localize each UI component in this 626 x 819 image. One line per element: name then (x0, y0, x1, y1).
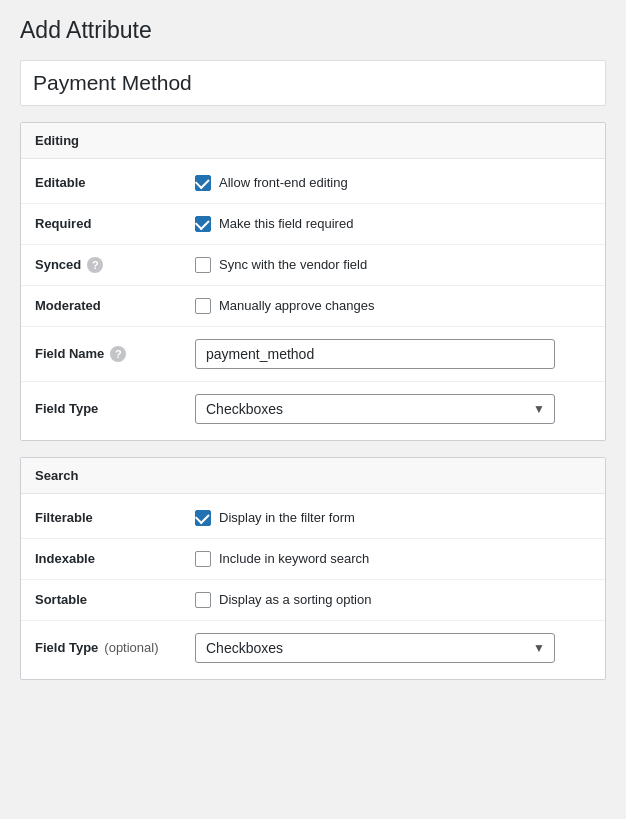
field-type-select[interactable]: Checkboxes Text Select Radio Date Number (195, 394, 555, 424)
required-checkbox-label: Make this field required (219, 216, 353, 231)
filterable-checkbox[interactable] (195, 510, 211, 526)
editing-section-body: Editable Allow front-end editing Require… (21, 159, 605, 440)
search-field-type-select-wrapper: Checkboxes Text Select Radio Date Number… (195, 633, 555, 663)
required-label: Required (35, 216, 195, 231)
page-title: Add Attribute (20, 16, 606, 46)
indexable-row: Indexable Include in keyword search (21, 539, 605, 580)
field-type-label: Field Type (35, 401, 195, 416)
search-field-type-row: Field Type (optional) Checkboxes Text Se… (21, 621, 605, 675)
search-section: Search Filterable Display in the filter … (20, 457, 606, 680)
sortable-control: Display as a sorting option (195, 592, 591, 608)
moderated-label: Moderated (35, 298, 195, 313)
synced-checkbox[interactable] (195, 257, 211, 273)
field-name-row: Field Name ? (21, 327, 605, 382)
synced-control: Sync with the vendor field (195, 257, 591, 273)
moderated-checkbox[interactable] (195, 298, 211, 314)
moderated-checkbox-label: Manually approve changes (219, 298, 374, 313)
sortable-label: Sortable (35, 592, 195, 607)
indexable-checkbox-label: Include in keyword search (219, 551, 369, 566)
field-name-label: Field Name ? (35, 346, 195, 362)
editing-section-header: Editing (21, 123, 605, 159)
editable-checkbox-label: Allow front-end editing (219, 175, 348, 190)
attribute-name-input[interactable] (21, 61, 605, 105)
synced-label: Synced ? (35, 257, 195, 273)
required-control: Make this field required (195, 216, 591, 232)
filterable-row: Filterable Display in the filter form (21, 498, 605, 539)
editable-checkbox[interactable] (195, 175, 211, 191)
search-field-type-control: Checkboxes Text Select Radio Date Number… (195, 633, 591, 663)
search-section-body: Filterable Display in the filter form In… (21, 494, 605, 679)
indexable-control: Include in keyword search (195, 551, 591, 567)
moderated-row: Moderated Manually approve changes (21, 286, 605, 327)
sortable-checkbox-label: Display as a sorting option (219, 592, 371, 607)
indexable-checkbox[interactable] (195, 551, 211, 567)
synced-row: Synced ? Sync with the vendor field (21, 245, 605, 286)
filterable-label: Filterable (35, 510, 195, 525)
synced-help-icon[interactable]: ? (87, 257, 103, 273)
sortable-row: Sortable Display as a sorting option (21, 580, 605, 621)
field-type-control: Checkboxes Text Select Radio Date Number… (195, 394, 591, 424)
search-section-header: Search (21, 458, 605, 494)
attribute-name-wrapper (20, 60, 606, 106)
search-field-type-label: Field Type (optional) (35, 640, 195, 655)
filterable-control: Display in the filter form (195, 510, 591, 526)
field-type-row: Field Type Checkboxes Text Select Radio … (21, 382, 605, 436)
search-field-type-select[interactable]: Checkboxes Text Select Radio Date Number (195, 633, 555, 663)
required-row: Required Make this field required (21, 204, 605, 245)
editable-label: Editable (35, 175, 195, 190)
sortable-checkbox[interactable] (195, 592, 211, 608)
search-field-type-optional: (optional) (104, 640, 158, 655)
synced-checkbox-label: Sync with the vendor field (219, 257, 367, 272)
field-name-help-icon[interactable]: ? (110, 346, 126, 362)
indexable-label: Indexable (35, 551, 195, 566)
field-type-select-wrapper: Checkboxes Text Select Radio Date Number… (195, 394, 555, 424)
editable-row: Editable Allow front-end editing (21, 163, 605, 204)
moderated-control: Manually approve changes (195, 298, 591, 314)
editable-control: Allow front-end editing (195, 175, 591, 191)
field-name-control (195, 339, 591, 369)
page-container: Add Attribute Editing Editable Allow fro… (0, 0, 626, 712)
filterable-checkbox-label: Display in the filter form (219, 510, 355, 525)
field-name-input[interactable] (195, 339, 555, 369)
editing-section: Editing Editable Allow front-end editing… (20, 122, 606, 441)
required-checkbox[interactable] (195, 216, 211, 232)
